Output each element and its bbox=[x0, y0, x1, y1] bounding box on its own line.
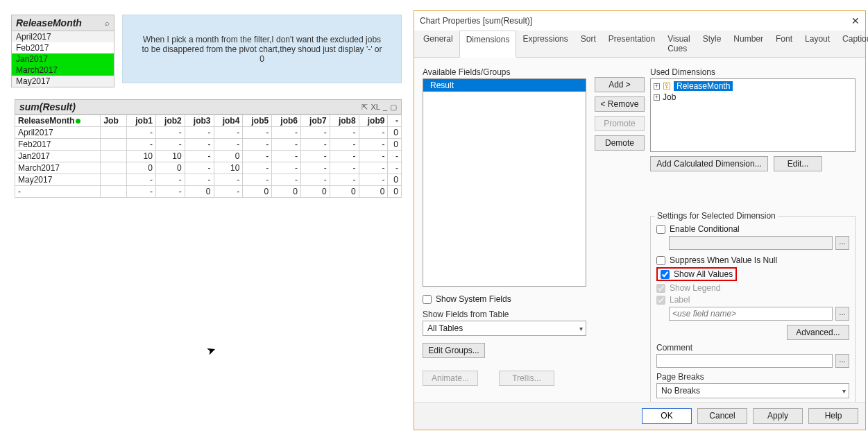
pivot-cell[interactable]: - bbox=[359, 174, 388, 186]
pivot-cell[interactable]: - bbox=[388, 162, 402, 174]
advanced-button[interactable]: Advanced... bbox=[787, 325, 849, 340]
pivot-cell[interactable]: - bbox=[185, 174, 214, 186]
pivot-cell[interactable]: - bbox=[272, 127, 301, 139]
pivot-cell[interactable]: - bbox=[185, 139, 214, 151]
pivot-cell[interactable]: - bbox=[272, 139, 301, 151]
pivot-col-header[interactable]: job2 bbox=[155, 115, 185, 127]
pivot-dim-cell[interactable]: - bbox=[15, 186, 101, 198]
tables-combo[interactable]: All Tables ▾ bbox=[423, 321, 586, 336]
edit-groups-button[interactable]: Edit Groups... bbox=[423, 343, 485, 358]
pivot-cell[interactable]: - bbox=[155, 186, 185, 198]
add-calculated-dimension-button[interactable]: Add Calculated Dimension... bbox=[650, 156, 768, 171]
pivot-cell[interactable]: 10 bbox=[214, 162, 243, 174]
filter-listbox[interactable]: ReleaseMonth ⌕ April2017Feb2017Jan2017Ma… bbox=[11, 15, 114, 87]
pivot-dim-header[interactable]: Job bbox=[101, 115, 127, 127]
pivot-cell[interactable]: 0 bbox=[127, 162, 156, 174]
tab-caption[interactable]: Caption bbox=[836, 31, 868, 57]
expand-icon[interactable]: + bbox=[654, 83, 660, 90]
cancel-button[interactable]: Cancel bbox=[697, 408, 747, 424]
pivot-cell[interactable]: 0 bbox=[388, 186, 402, 198]
pivot-col-header[interactable]: job3 bbox=[185, 115, 214, 127]
maximize-icon[interactable]: ▢ bbox=[390, 103, 397, 112]
ok-button[interactable]: OK bbox=[642, 408, 692, 424]
promote-button[interactable]: Promote bbox=[595, 116, 645, 131]
pivot-cell[interactable]: - bbox=[185, 127, 214, 139]
pivot-cell[interactable]: 0 bbox=[388, 174, 402, 186]
pivot-title[interactable]: sum(Result) ⇱ XL _ ▢ bbox=[15, 99, 402, 115]
table-row[interactable]: March201700-10------ bbox=[15, 162, 402, 174]
pivot-cell[interactable]: 0 bbox=[155, 162, 185, 174]
pivot-col-header[interactable]: job4 bbox=[214, 115, 243, 127]
pivot-col-header[interactable]: job1 bbox=[127, 115, 156, 127]
pivot-cell[interactable]: 10 bbox=[155, 151, 185, 162]
label-browse-button[interactable]: … bbox=[835, 307, 849, 321]
pivot-col-header[interactable]: job5 bbox=[243, 115, 272, 127]
pivot-cell[interactable]: - bbox=[359, 139, 388, 151]
trellis-button[interactable]: Trellis... bbox=[499, 371, 554, 386]
pivot-cell[interactable]: - bbox=[300, 139, 330, 151]
filter-title[interactable]: ReleaseMonth ⌕ bbox=[12, 15, 114, 31]
remove-button[interactable]: < Remove bbox=[595, 96, 645, 112]
pivot-dim-cell[interactable] bbox=[101, 174, 127, 186]
available-fields-listbox[interactable]: Result bbox=[423, 78, 586, 287]
show-system-fields-checkbox[interactable]: Show System Fields bbox=[423, 294, 586, 304]
demote-button[interactable]: Demote bbox=[595, 135, 645, 151]
tab-presentation[interactable]: Presentation bbox=[602, 31, 661, 57]
pivot-cell[interactable]: - bbox=[330, 127, 359, 139]
dialog-titlebar[interactable]: Chart Properties [sum(Result)] ✕ bbox=[414, 11, 865, 31]
pivot-cell[interactable]: - bbox=[300, 174, 330, 186]
suppress-null-input[interactable] bbox=[656, 256, 665, 265]
pivot-cell[interactable]: - bbox=[300, 162, 330, 174]
pivot-cell[interactable]: - bbox=[272, 162, 301, 174]
pivot-cell[interactable]: - bbox=[243, 151, 272, 162]
pivot-cell[interactable]: - bbox=[330, 162, 359, 174]
pivot-cell[interactable]: - bbox=[330, 139, 359, 151]
tab-expressions[interactable]: Expressions bbox=[516, 31, 574, 57]
pivot-cell[interactable]: - bbox=[127, 186, 156, 198]
pivot-cell[interactable]: - bbox=[300, 151, 330, 162]
pivot-table[interactable]: ReleaseMonthJobjob1job2job3job4job5job6j… bbox=[15, 115, 402, 198]
pivot-cell[interactable]: - bbox=[185, 151, 214, 162]
pivot-cell[interactable]: - bbox=[359, 127, 388, 139]
chart-properties-dialog[interactable]: Chart Properties [sum(Result)] ✕ General… bbox=[414, 10, 866, 430]
pivot-cell[interactable]: - bbox=[359, 151, 388, 162]
table-row[interactable]: April2017---------0 bbox=[15, 127, 402, 139]
tab-style[interactable]: Style bbox=[697, 31, 728, 57]
pivot-dim-cell[interactable] bbox=[101, 186, 127, 198]
tab-dimensions[interactable]: Dimensions bbox=[459, 31, 517, 58]
pivot-col-header[interactable]: job6 bbox=[272, 115, 301, 127]
table-row[interactable]: Jan20171010-0------ bbox=[15, 151, 402, 162]
pivot-cell[interactable]: - bbox=[243, 139, 272, 151]
pivot-cell[interactable]: - bbox=[185, 162, 214, 174]
minimize-icon[interactable]: _ bbox=[383, 103, 387, 112]
tab-font[interactable]: Font bbox=[769, 31, 799, 57]
pivot-dim-cell[interactable]: March2017 bbox=[15, 162, 101, 174]
enable-conditional-input[interactable] bbox=[656, 225, 665, 234]
tab-general[interactable]: General bbox=[417, 31, 459, 57]
pivot-cell[interactable]: - bbox=[330, 151, 359, 162]
add-button[interactable]: Add > bbox=[595, 77, 645, 92]
pivot-cell[interactable]: 0 bbox=[330, 186, 359, 198]
filter-item[interactable]: April2017 bbox=[12, 31, 114, 42]
filter-item[interactable]: Jan2017 bbox=[12, 53, 114, 65]
pivot-col-header[interactable]: job8 bbox=[330, 115, 359, 127]
pivot-cell[interactable]: - bbox=[272, 174, 301, 186]
table-row[interactable]: May2017---------0 bbox=[15, 174, 402, 186]
edit-dimension-button[interactable]: Edit... bbox=[774, 156, 822, 171]
conditional-expr-browse-button[interactable]: … bbox=[835, 236, 849, 250]
used-dimension-item[interactable]: +⚿ReleaseMonth bbox=[654, 81, 852, 92]
tab-visual-cues[interactable]: Visual Cues bbox=[661, 31, 696, 57]
show-system-fields-input[interactable] bbox=[423, 295, 432, 304]
label-field-input[interactable] bbox=[669, 307, 833, 321]
help-button[interactable]: Help bbox=[808, 408, 858, 424]
pivot-cell[interactable]: 10 bbox=[127, 151, 156, 162]
pivot-dim-cell[interactable] bbox=[101, 139, 127, 151]
show-all-values-input[interactable] bbox=[661, 270, 670, 279]
used-dimension-item[interactable]: +Job bbox=[654, 92, 852, 103]
pivot-cell[interactable]: 0 bbox=[388, 139, 402, 151]
enable-conditional-checkbox[interactable]: Enable Conditional bbox=[656, 224, 849, 234]
detach-icon[interactable]: ⇱ bbox=[361, 103, 368, 112]
tab-sort[interactable]: Sort bbox=[575, 31, 602, 57]
pivot-cell[interactable]: - bbox=[359, 162, 388, 174]
filter-item[interactable]: March2017 bbox=[12, 65, 114, 76]
